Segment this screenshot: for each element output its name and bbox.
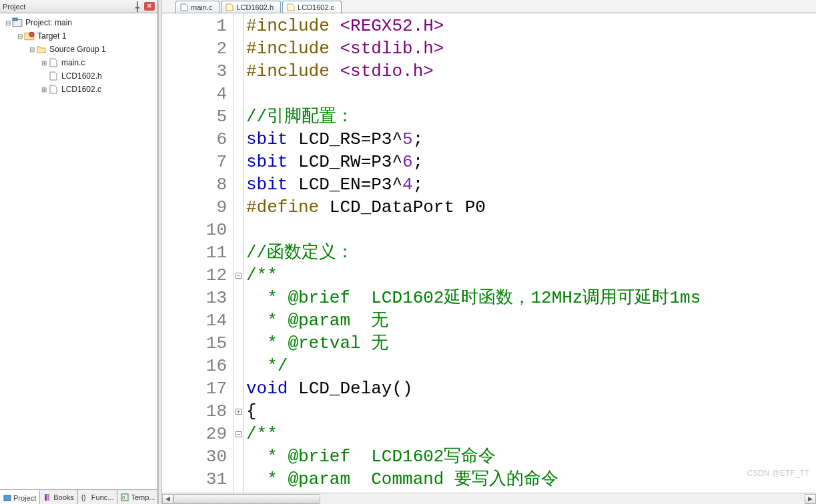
- code-line[interactable]: sbit LCD_EN=P3^4;: [246, 173, 816, 196]
- line-number: 15: [162, 332, 227, 355]
- code-line[interactable]: * @param 无: [246, 309, 816, 332]
- functions-tab-icon: {}: [81, 493, 89, 501]
- fold-marker: [234, 468, 243, 491]
- scroll-thumb[interactable]: [173, 494, 320, 504]
- code-line[interactable]: [246, 219, 816, 241]
- line-number: 32: [162, 491, 227, 493]
- templates-tab-icon: 0: [121, 493, 129, 501]
- bottom-tab-label: Project: [13, 494, 36, 502]
- bottom-tab-books[interactable]: Books: [40, 490, 78, 504]
- bottom-tab-functions[interactable]: {} Func...: [78, 490, 118, 504]
- tree-file[interactable]: LCD1602.h: [0, 69, 157, 83]
- code-line[interactable]: #include <REGX52.H>: [246, 15, 816, 37]
- svg-rect-5: [45, 494, 47, 501]
- fold-marker: [234, 309, 243, 332]
- scroll-right-icon[interactable]: ▶: [805, 494, 816, 504]
- line-number: 18: [162, 400, 227, 423]
- code-line[interactable]: /**: [246, 264, 816, 287]
- fold-marker: [234, 128, 243, 151]
- fold-marker: [234, 287, 243, 309]
- tree-root-label: Project: main: [25, 18, 72, 27]
- file-c-icon: [48, 57, 59, 68]
- line-number: 5: [162, 105, 227, 128]
- code-line[interactable]: * @brief LCD1602写命令: [246, 445, 816, 468]
- bottom-tab-project[interactable]: Project: [0, 490, 40, 504]
- svg-point-3: [29, 32, 34, 37]
- fold-marker: [234, 196, 243, 219]
- bottom-tabs: Project Books {} Func... 0 Temp...: [0, 489, 157, 504]
- svg-rect-4: [4, 495, 11, 501]
- books-tab-icon: [43, 493, 51, 501]
- file-tab-active[interactable]: LCD1602.c: [282, 1, 342, 13]
- code-line[interactable]: * @retval 无: [246, 491, 816, 493]
- pin-icon[interactable]: [132, 2, 143, 11]
- project-panel-title: Project: [3, 3, 131, 11]
- project-tree[interactable]: ⊟ Project: main ⊟ Target 1 ⊟ Source Grou…: [0, 13, 157, 489]
- code-line[interactable]: * @param Command 要写入的命令: [246, 468, 816, 491]
- line-number-gutter: 12345678910111213141516171829303132: [162, 13, 234, 493]
- svg-rect-6: [47, 494, 49, 501]
- tree-root[interactable]: ⊟ Project: main: [0, 16, 157, 29]
- tree-file[interactable]: ⊞ LCD1602.c: [0, 83, 157, 96]
- line-number: 7: [162, 151, 227, 173]
- code-line[interactable]: void LCD_Delay(): [246, 377, 816, 400]
- line-number: 4: [162, 83, 227, 105]
- close-icon[interactable]: ✕: [144, 2, 155, 11]
- watermark-text: CSDN @ETF_TT: [747, 469, 809, 478]
- tree-target[interactable]: ⊟ Target 1: [0, 29, 157, 43]
- code-content[interactable]: #include <REGX52.H>#include <stdlib.h>#i…: [244, 13, 816, 493]
- expander-icon[interactable]: ⊟: [16, 33, 24, 40]
- scroll-track[interactable]: [173, 494, 805, 504]
- fold-column[interactable]: −+−: [234, 13, 244, 493]
- scroll-left-icon[interactable]: ◀: [162, 494, 173, 504]
- code-line[interactable]: * @brief LCD1602延时函数，12MHz调用可延时1ms: [246, 287, 816, 309]
- code-editor[interactable]: 12345678910111213141516171829303132 −+− …: [162, 13, 816, 493]
- bottom-tab-templates[interactable]: 0 Temp...: [117, 490, 159, 504]
- file-tab[interactable]: main.c: [175, 1, 220, 13]
- code-line[interactable]: #include <stdio.h>: [246, 60, 816, 83]
- line-number: 1: [162, 15, 227, 37]
- file-tab-label: main.c: [191, 3, 212, 11]
- file-c-icon: [48, 84, 59, 95]
- horizontal-scrollbar[interactable]: ◀ ▶: [162, 493, 816, 504]
- line-number: 3: [162, 60, 227, 83]
- expander-icon[interactable]: ⊟: [28, 46, 36, 53]
- tree-file[interactable]: ⊞ main.c: [0, 56, 157, 69]
- code-line[interactable]: //函数定义：: [246, 241, 816, 264]
- file-tab[interactable]: LCD1602.h: [221, 1, 281, 13]
- project-icon: [12, 17, 23, 28]
- bottom-tab-label: Temp...: [131, 493, 155, 501]
- code-line[interactable]: */: [246, 355, 816, 377]
- line-number: 11: [162, 241, 227, 264]
- code-line[interactable]: sbit LCD_RW=P3^6;: [246, 151, 816, 173]
- line-number: 16: [162, 355, 227, 377]
- code-line[interactable]: //引脚配置：: [246, 105, 816, 128]
- code-line[interactable]: sbit LCD_RS=P3^5;: [246, 128, 816, 151]
- file-h-icon: [226, 3, 234, 11]
- fold-marker: [234, 355, 243, 377]
- code-line[interactable]: /**: [246, 423, 816, 445]
- fold-marker[interactable]: −: [234, 264, 243, 287]
- tree-group[interactable]: ⊟ Source Group 1: [0, 43, 157, 56]
- bottom-tab-label: Func...: [91, 493, 114, 501]
- line-number: 6: [162, 128, 227, 151]
- fold-marker[interactable]: +: [234, 400, 243, 423]
- code-line[interactable]: #include <stdlib.h>: [246, 37, 816, 60]
- tree-file-label: LCD1602.h: [61, 71, 102, 81]
- fold-marker[interactable]: −: [234, 423, 243, 445]
- code-line[interactable]: #define LCD_DataPort P0: [246, 196, 816, 219]
- file-h-icon: [48, 71, 59, 81]
- file-c-icon: [287, 3, 295, 11]
- code-line[interactable]: {: [246, 400, 816, 423]
- svg-text:{}: {}: [81, 494, 86, 501]
- line-number: 10: [162, 219, 227, 241]
- expander-icon[interactable]: ⊞: [40, 86, 48, 93]
- expander-icon[interactable]: ⊞: [40, 59, 48, 67]
- fold-marker: [234, 241, 243, 264]
- fold-marker: [234, 219, 243, 241]
- project-tab-icon: [3, 494, 11, 502]
- code-line[interactable]: * @retval 无: [246, 332, 816, 355]
- code-line[interactable]: [246, 83, 816, 105]
- file-tab-label: LCD1602.c: [298, 3, 334, 11]
- expander-icon[interactable]: ⊟: [4, 19, 12, 27]
